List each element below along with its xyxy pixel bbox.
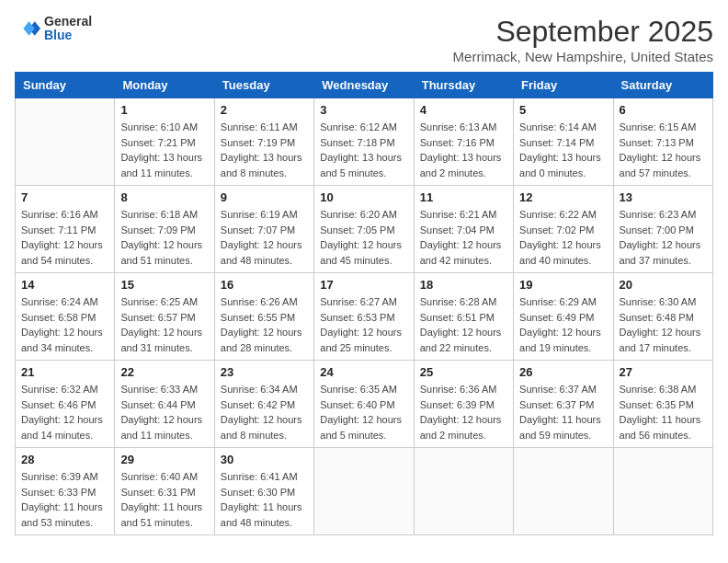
calendar-cell: 2Sunrise: 6:11 AMSunset: 7:19 PMDaylight… [214,98,313,186]
calendar-cell: 14Sunrise: 6:24 AMSunset: 6:58 PMDayligh… [16,273,115,361]
month-title: September 2025 [453,15,713,49]
day-number: 14 [21,278,108,292]
day-header: Monday [115,73,214,98]
day-info: Sunrise: 6:36 AMSunset: 6:39 PMDaylight:… [420,382,507,442]
calendar-cell: 27Sunrise: 6:38 AMSunset: 6:35 PMDayligh… [613,361,712,448]
logo-text: General Blue [44,15,92,43]
day-info: Sunrise: 6:33 AMSunset: 6:44 PMDaylight:… [120,382,208,442]
logo-icon [15,16,40,41]
calendar-cell: 10Sunrise: 6:20 AMSunset: 7:05 PMDayligh… [314,186,414,273]
day-info: Sunrise: 6:27 AMSunset: 6:53 PMDaylight:… [320,294,407,355]
calendar-cell: 24Sunrise: 6:35 AMSunset: 6:40 PMDayligh… [314,361,414,448]
day-info: Sunrise: 6:23 AMSunset: 7:00 PMDaylight:… [620,207,707,268]
day-number: 13 [620,190,707,204]
calendar-cell: 3Sunrise: 6:12 AMSunset: 7:18 PMDaylight… [314,98,414,186]
day-info: Sunrise: 6:26 AMSunset: 6:55 PMDaylight:… [221,294,308,355]
day-number: 10 [320,190,407,204]
day-info: Sunrise: 6:12 AMSunset: 7:18 PMDaylight:… [320,120,407,180]
day-info: Sunrise: 6:34 AMSunset: 6:42 PMDaylight:… [221,382,308,442]
calendar-week-row: 28Sunrise: 6:39 AMSunset: 6:33 PMDayligh… [16,448,713,535]
day-number: 28 [21,453,108,466]
day-number: 8 [120,190,208,204]
day-number: 5 [519,103,607,117]
calendar-cell: 5Sunrise: 6:14 AMSunset: 7:14 PMDaylight… [514,98,613,186]
day-info: Sunrise: 6:21 AMSunset: 7:04 PMDaylight:… [420,207,507,268]
calendar-cell: 29Sunrise: 6:40 AMSunset: 6:31 PMDayligh… [115,448,214,535]
day-info: Sunrise: 6:15 AMSunset: 7:13 PMDaylight:… [620,120,707,180]
day-number: 4 [420,103,507,117]
calendar-cell [16,98,115,186]
day-number: 29 [120,453,208,466]
day-info: Sunrise: 6:11 AMSunset: 7:19 PMDaylight:… [221,120,308,180]
day-info: Sunrise: 6:19 AMSunset: 7:07 PMDaylight:… [221,207,308,268]
calendar-table: SundayMondayTuesdayWednesdayThursdayFrid… [15,72,713,535]
calendar-cell: 4Sunrise: 6:13 AMSunset: 7:16 PMDaylight… [414,98,513,186]
day-number: 20 [620,278,707,292]
day-info: Sunrise: 6:16 AMSunset: 7:11 PMDaylight:… [21,207,108,268]
day-header: Thursday [414,73,513,98]
calendar-cell: 7Sunrise: 6:16 AMSunset: 7:11 PMDaylight… [16,186,115,273]
svg-marker-1 [23,22,34,37]
calendar-cell: 17Sunrise: 6:27 AMSunset: 6:53 PMDayligh… [314,273,414,361]
day-info: Sunrise: 6:24 AMSunset: 6:58 PMDaylight:… [21,294,108,355]
day-header: Tuesday [214,73,313,98]
calendar-cell: 23Sunrise: 6:34 AMSunset: 6:42 PMDayligh… [214,361,313,448]
day-info: Sunrise: 6:25 AMSunset: 6:57 PMDaylight:… [120,294,208,355]
calendar-cell: 26Sunrise: 6:37 AMSunset: 6:37 PMDayligh… [514,361,613,448]
day-header: Saturday [613,73,712,98]
day-number: 2 [221,103,308,117]
calendar-week-row: 14Sunrise: 6:24 AMSunset: 6:58 PMDayligh… [16,273,713,361]
day-info: Sunrise: 6:35 AMSunset: 6:40 PMDaylight:… [320,382,407,442]
logo: General Blue [15,15,92,43]
day-number: 7 [21,190,108,204]
calendar-cell: 20Sunrise: 6:30 AMSunset: 6:48 PMDayligh… [613,273,712,361]
calendar-cell: 12Sunrise: 6:22 AMSunset: 7:02 PMDayligh… [514,186,613,273]
calendar-cell: 15Sunrise: 6:25 AMSunset: 6:57 PMDayligh… [115,273,214,361]
calendar-cell: 8Sunrise: 6:18 AMSunset: 7:09 PMDaylight… [115,186,214,273]
day-info: Sunrise: 6:20 AMSunset: 7:05 PMDaylight:… [320,207,407,268]
day-number: 18 [420,278,507,292]
calendar-week-row: 1Sunrise: 6:10 AMSunset: 7:21 PMDaylight… [16,98,713,186]
day-info: Sunrise: 6:13 AMSunset: 7:16 PMDaylight:… [420,120,507,180]
calendar-cell: 18Sunrise: 6:28 AMSunset: 6:51 PMDayligh… [414,273,513,361]
calendar-week-row: 7Sunrise: 6:16 AMSunset: 7:11 PMDaylight… [16,186,713,273]
day-header: Friday [514,73,613,98]
day-info: Sunrise: 6:29 AMSunset: 6:49 PMDaylight:… [519,294,607,355]
day-number: 26 [519,365,607,379]
day-info: Sunrise: 6:39 AMSunset: 6:33 PMDaylight:… [21,469,108,530]
day-info: Sunrise: 6:41 AMSunset: 6:30 PMDaylight:… [221,469,308,530]
calendar-cell: 21Sunrise: 6:32 AMSunset: 6:46 PMDayligh… [16,361,115,448]
day-info: Sunrise: 6:14 AMSunset: 7:14 PMDaylight:… [519,120,607,180]
day-number: 19 [519,278,607,292]
calendar-cell [514,448,613,535]
day-header: Sunday [16,73,115,98]
calendar-cell: 11Sunrise: 6:21 AMSunset: 7:04 PMDayligh… [414,186,513,273]
day-number: 17 [320,278,407,292]
day-number: 12 [519,190,607,204]
calendar-cell: 13Sunrise: 6:23 AMSunset: 7:00 PMDayligh… [613,186,712,273]
calendar-cell: 25Sunrise: 6:36 AMSunset: 6:39 PMDayligh… [414,361,513,448]
day-number: 15 [120,278,208,292]
day-info: Sunrise: 6:37 AMSunset: 6:37 PMDaylight:… [519,382,607,442]
day-number: 25 [420,365,507,379]
location-subtitle: Merrimack, New Hampshire, United States [453,49,713,64]
day-number: 24 [320,365,407,379]
day-info: Sunrise: 6:32 AMSunset: 6:46 PMDaylight:… [21,382,108,442]
day-number: 22 [120,365,208,379]
calendar-cell: 6Sunrise: 6:15 AMSunset: 7:13 PMDaylight… [613,98,712,186]
calendar-cell: 28Sunrise: 6:39 AMSunset: 6:33 PMDayligh… [16,448,115,535]
calendar-cell: 16Sunrise: 6:26 AMSunset: 6:55 PMDayligh… [214,273,313,361]
page-header: General Blue September 2025 Merrimack, N… [15,15,713,64]
day-info: Sunrise: 6:10 AMSunset: 7:21 PMDaylight:… [120,120,208,180]
day-number: 30 [221,453,308,466]
day-info: Sunrise: 6:30 AMSunset: 6:48 PMDaylight:… [620,294,707,355]
day-number: 27 [620,365,707,379]
day-number: 3 [320,103,407,117]
day-number: 6 [620,103,707,117]
title-area: September 2025 Merrimack, New Hampshire,… [453,15,713,64]
calendar-cell [314,448,414,535]
calendar-cell: 9Sunrise: 6:19 AMSunset: 7:07 PMDaylight… [214,186,313,273]
day-number: 9 [221,190,308,204]
calendar-cell: 22Sunrise: 6:33 AMSunset: 6:44 PMDayligh… [115,361,214,448]
day-number: 11 [420,190,507,204]
